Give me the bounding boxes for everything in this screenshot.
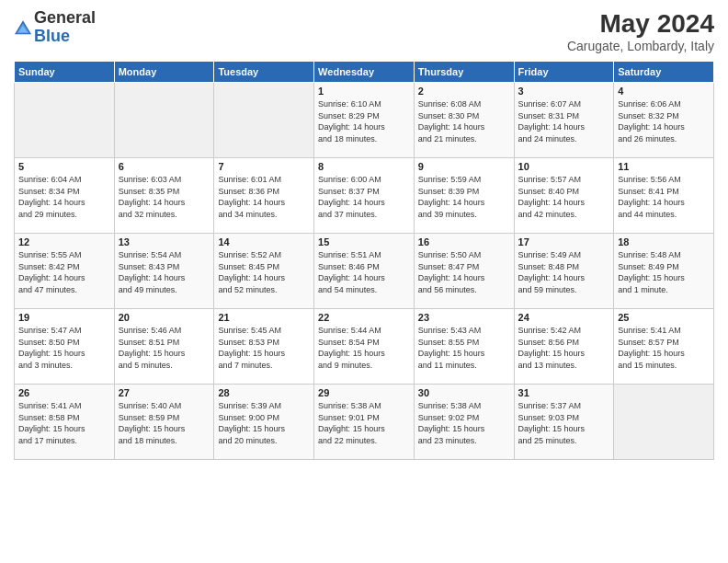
- day-info: Sunrise: 5:48 AMSunset: 8:49 PMDaylight:…: [618, 249, 710, 295]
- day-info: Sunrise: 6:08 AMSunset: 8:30 PMDaylight:…: [418, 98, 510, 144]
- day-number: 7: [218, 161, 310, 172]
- day-cell: 27Sunrise: 5:40 AMSunset: 8:59 PMDayligh…: [114, 385, 214, 460]
- day-number: 13: [119, 236, 210, 247]
- day-info: Sunrise: 5:37 AMSunset: 9:03 PMDaylight:…: [518, 400, 610, 446]
- day-info: Sunrise: 5:45 AMSunset: 8:53 PMDaylight:…: [218, 325, 310, 371]
- day-info: Sunrise: 5:39 AMSunset: 9:00 PMDaylight:…: [218, 400, 310, 446]
- day-cell: 3Sunrise: 6:07 AMSunset: 8:31 PMDaylight…: [514, 83, 614, 158]
- day-number: 22: [318, 312, 410, 323]
- day-number: 9: [418, 161, 510, 172]
- day-cell: 30Sunrise: 5:38 AMSunset: 9:02 PMDayligh…: [414, 385, 514, 460]
- day-info: Sunrise: 5:57 AMSunset: 8:40 PMDaylight:…: [518, 174, 610, 220]
- week-row-2: 5Sunrise: 6:04 AMSunset: 8:34 PMDaylight…: [15, 158, 714, 234]
- week-row-1: 1Sunrise: 6:10 AMSunset: 8:29 PMDaylight…: [15, 83, 714, 158]
- day-number: 16: [418, 236, 510, 247]
- day-cell: 22Sunrise: 5:44 AMSunset: 8:54 PMDayligh…: [314, 309, 415, 385]
- day-number: 8: [318, 161, 410, 172]
- week-row-4: 19Sunrise: 5:47 AMSunset: 8:50 PMDayligh…: [15, 309, 714, 385]
- day-info: Sunrise: 5:55 AMSunset: 8:42 PMDaylight:…: [18, 249, 110, 295]
- day-cell: [214, 83, 314, 158]
- logo-text: General Blue: [34, 9, 96, 46]
- logo-icon: [14, 18, 32, 37]
- day-number: 21: [218, 312, 310, 323]
- day-cell: 15Sunrise: 5:51 AMSunset: 8:46 PMDayligh…: [314, 234, 415, 309]
- header-thursday: Thursday: [414, 62, 514, 83]
- day-number: 11: [618, 161, 710, 172]
- day-number: 17: [518, 236, 610, 247]
- day-number: 29: [318, 387, 410, 398]
- day-info: Sunrise: 5:51 AMSunset: 8:46 PMDaylight:…: [318, 249, 410, 295]
- day-info: Sunrise: 6:03 AMSunset: 8:35 PMDaylight:…: [119, 174, 210, 220]
- day-info: Sunrise: 5:41 AMSunset: 8:57 PMDaylight:…: [618, 325, 710, 371]
- day-info: Sunrise: 5:50 AMSunset: 8:47 PMDaylight:…: [418, 249, 510, 295]
- day-info: Sunrise: 6:06 AMSunset: 8:32 PMDaylight:…: [618, 98, 710, 144]
- day-cell: 8Sunrise: 6:00 AMSunset: 8:37 PMDaylight…: [314, 158, 415, 234]
- day-info: Sunrise: 6:07 AMSunset: 8:31 PMDaylight:…: [518, 98, 610, 144]
- day-info: Sunrise: 5:46 AMSunset: 8:51 PMDaylight:…: [119, 325, 210, 371]
- day-info: Sunrise: 5:41 AMSunset: 8:58 PMDaylight:…: [18, 400, 110, 446]
- logo-line2: Blue: [34, 28, 96, 46]
- header-monday: Monday: [114, 62, 214, 83]
- day-number: 18: [618, 236, 710, 247]
- day-info: Sunrise: 6:00 AMSunset: 8:37 PMDaylight:…: [318, 174, 410, 220]
- day-number: 30: [418, 387, 510, 398]
- day-info: Sunrise: 5:42 AMSunset: 8:56 PMDaylight:…: [518, 325, 610, 371]
- day-number: 19: [18, 312, 110, 323]
- day-info: Sunrise: 5:44 AMSunset: 8:54 PMDaylight:…: [318, 325, 410, 371]
- day-cell: 20Sunrise: 5:46 AMSunset: 8:51 PMDayligh…: [114, 309, 214, 385]
- day-cell: 23Sunrise: 5:43 AMSunset: 8:55 PMDayligh…: [414, 309, 514, 385]
- day-cell: 31Sunrise: 5:37 AMSunset: 9:03 PMDayligh…: [514, 385, 614, 460]
- logo: General Blue: [14, 9, 96, 46]
- day-info: Sunrise: 5:54 AMSunset: 8:43 PMDaylight:…: [119, 249, 210, 295]
- day-number: 31: [518, 387, 610, 398]
- day-cell: 1Sunrise: 6:10 AMSunset: 8:29 PMDaylight…: [314, 83, 415, 158]
- header-tuesday: Tuesday: [214, 62, 314, 83]
- day-info: Sunrise: 5:49 AMSunset: 8:48 PMDaylight:…: [518, 249, 610, 295]
- day-info: Sunrise: 5:47 AMSunset: 8:50 PMDaylight:…: [18, 325, 110, 371]
- day-cell: 4Sunrise: 6:06 AMSunset: 8:32 PMDaylight…: [614, 83, 714, 158]
- day-number: 1: [318, 86, 410, 97]
- day-number: 3: [518, 86, 610, 97]
- weekday-header-row: Sunday Monday Tuesday Wednesday Thursday…: [15, 62, 714, 83]
- day-number: 27: [119, 387, 210, 398]
- day-cell: 28Sunrise: 5:39 AMSunset: 9:00 PMDayligh…: [214, 385, 314, 460]
- title-block: May 2024 Carugate, Lombardy, Italy: [567, 9, 714, 53]
- day-cell: 14Sunrise: 5:52 AMSunset: 8:45 PMDayligh…: [214, 234, 314, 309]
- day-cell: [614, 385, 714, 460]
- day-number: 26: [18, 387, 110, 398]
- day-cell: 21Sunrise: 5:45 AMSunset: 8:53 PMDayligh…: [214, 309, 314, 385]
- day-cell: 7Sunrise: 6:01 AMSunset: 8:36 PMDaylight…: [214, 158, 314, 234]
- day-info: Sunrise: 6:10 AMSunset: 8:29 PMDaylight:…: [318, 98, 410, 144]
- day-number: 15: [318, 236, 410, 247]
- day-info: Sunrise: 5:38 AMSunset: 9:01 PMDaylight:…: [318, 400, 410, 446]
- day-info: Sunrise: 6:04 AMSunset: 8:34 PMDaylight:…: [18, 174, 110, 220]
- day-cell: 9Sunrise: 5:59 AMSunset: 8:39 PMDaylight…: [414, 158, 514, 234]
- day-number: 23: [418, 312, 510, 323]
- day-info: Sunrise: 5:43 AMSunset: 8:55 PMDaylight:…: [418, 325, 510, 371]
- day-cell: 18Sunrise: 5:48 AMSunset: 8:49 PMDayligh…: [614, 234, 714, 309]
- day-info: Sunrise: 5:40 AMSunset: 8:59 PMDaylight:…: [119, 400, 210, 446]
- header: General Blue May 2024 Carugate, Lombardy…: [14, 9, 714, 53]
- day-number: 24: [518, 312, 610, 323]
- week-row-5: 26Sunrise: 5:41 AMSunset: 8:58 PMDayligh…: [15, 385, 714, 460]
- month-year: May 2024: [567, 9, 714, 39]
- day-cell: 19Sunrise: 5:47 AMSunset: 8:50 PMDayligh…: [15, 309, 115, 385]
- location: Carugate, Lombardy, Italy: [567, 39, 714, 53]
- day-cell: 26Sunrise: 5:41 AMSunset: 8:58 PMDayligh…: [15, 385, 115, 460]
- day-cell: 6Sunrise: 6:03 AMSunset: 8:35 PMDaylight…: [114, 158, 214, 234]
- day-number: 28: [218, 387, 310, 398]
- day-info: Sunrise: 5:59 AMSunset: 8:39 PMDaylight:…: [418, 174, 510, 220]
- day-cell: [15, 83, 115, 158]
- day-cell: 29Sunrise: 5:38 AMSunset: 9:01 PMDayligh…: [314, 385, 415, 460]
- day-info: Sunrise: 6:01 AMSunset: 8:36 PMDaylight:…: [218, 174, 310, 220]
- day-cell: 2Sunrise: 6:08 AMSunset: 8:30 PMDaylight…: [414, 83, 514, 158]
- day-cell: 12Sunrise: 5:55 AMSunset: 8:42 PMDayligh…: [15, 234, 115, 309]
- day-info: Sunrise: 5:52 AMSunset: 8:45 PMDaylight:…: [218, 249, 310, 295]
- day-number: 4: [618, 86, 710, 97]
- day-number: 6: [119, 161, 210, 172]
- day-info: Sunrise: 5:56 AMSunset: 8:41 PMDaylight:…: [618, 174, 710, 220]
- day-number: 10: [518, 161, 610, 172]
- day-number: 5: [18, 161, 110, 172]
- day-number: 20: [119, 312, 210, 323]
- day-cell: 24Sunrise: 5:42 AMSunset: 8:56 PMDayligh…: [514, 309, 614, 385]
